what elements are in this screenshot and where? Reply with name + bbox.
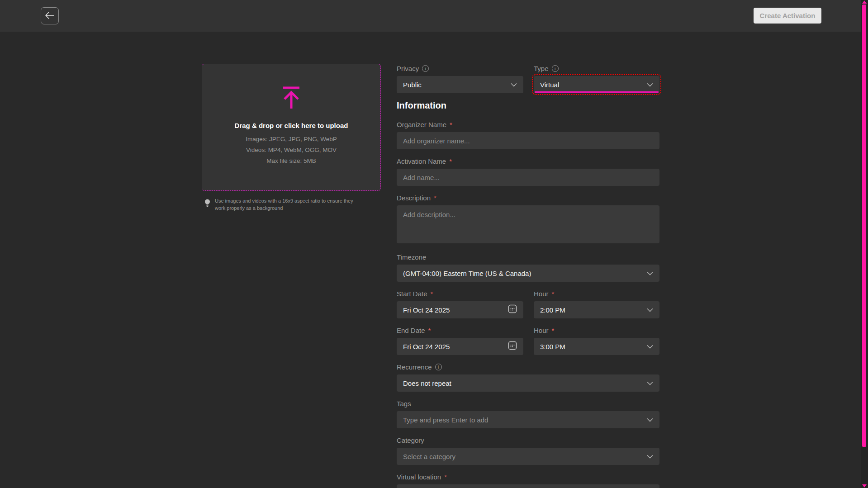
description-textarea[interactable]	[397, 205, 659, 243]
start-date-value: Fri Oct 24 2025	[403, 306, 504, 314]
start-date-picker[interactable]: Fri Oct 24 2025	[397, 301, 523, 318]
activation-name-input[interactable]	[397, 169, 659, 186]
chevron-down-icon	[511, 81, 517, 89]
activation-name-label-text: Activation Name	[397, 157, 446, 165]
timezone-value: (GMT-04:00) Eastern Time (US & Canada)	[403, 270, 643, 277]
upload-images-formats: Images: JPEG, JPG, PNG, WebP	[246, 136, 337, 142]
recurrence-value: Does not repeat	[403, 379, 643, 387]
top-bar: Create Activation	[0, 0, 868, 32]
vertical-scrollbar[interactable]	[861, 0, 868, 488]
scroll-down-arrow-icon[interactable]	[862, 484, 867, 488]
recurrence-label-text: Recurrence	[397, 363, 432, 371]
chevron-down-icon	[647, 81, 653, 89]
type-field: Type i Virtual	[534, 64, 659, 93]
start-hour-label-text: Hour	[534, 290, 549, 298]
description-label-text: Description	[397, 194, 431, 202]
recurrence-info-icon[interactable]: i	[435, 364, 442, 370]
calendar-icon	[508, 304, 517, 315]
back-button[interactable]	[41, 7, 59, 24]
organizer-name-input[interactable]	[397, 132, 659, 149]
category-field: Category Select a category	[397, 436, 659, 465]
activation-name-label: Activation Name *	[397, 156, 659, 166]
description-label: Description *	[397, 193, 659, 202]
tags-input[interactable]: Type and press Enter to add	[397, 411, 659, 428]
chevron-down-icon	[647, 379, 653, 387]
start-hour-field: Hour * 2:00 PM	[534, 289, 659, 318]
start-hour-label: Hour *	[534, 289, 659, 298]
required-asterisk: *	[450, 121, 452, 128]
create-activation-button[interactable]: Create Activation	[754, 8, 821, 24]
privacy-value: Public	[403, 81, 507, 89]
media-upload-dropzone[interactable]: Drag & drop or click here to upload Imag…	[202, 64, 381, 191]
privacy-field: Privacy i Public	[397, 64, 523, 93]
required-asterisk: *	[431, 290, 433, 298]
category-select[interactable]: Select a category	[397, 448, 659, 465]
privacy-label: Privacy i	[397, 64, 523, 73]
end-hour-label-text: Hour	[534, 327, 549, 334]
end-date-picker[interactable]: Fri Oct 24 2025	[397, 338, 523, 355]
virtual-location-label: Virtual location *	[397, 472, 659, 481]
end-hour-value: 3:00 PM	[540, 343, 643, 351]
recurrence-label: Recurrence i	[397, 362, 659, 371]
category-placeholder: Select a category	[403, 453, 643, 460]
category-label-text: Category	[397, 436, 424, 444]
upload-arrow-icon	[281, 86, 301, 112]
end-hour-label: Hour *	[534, 326, 659, 335]
information-section-title: Information	[397, 100, 659, 111]
required-asterisk: *	[449, 157, 452, 165]
aspect-ratio-hint-text: Use images and videos with a 16x9 aspect…	[215, 198, 364, 212]
privacy-select[interactable]: Public	[397, 76, 523, 93]
upload-max-size: Max file size: 5MB	[266, 157, 316, 164]
end-date-label-text: End Date	[397, 327, 425, 334]
virtual-location-label-text: Virtual location	[397, 473, 441, 481]
aspect-ratio-hint: Use images and videos with a 16x9 aspect…	[204, 198, 381, 212]
tags-placeholder: Type and press Enter to add	[403, 416, 643, 424]
timezone-select[interactable]: (GMT-04:00) Eastern Time (US & Canada)	[397, 265, 659, 282]
required-asterisk: *	[428, 327, 431, 334]
upload-videos-formats: Videos: MP4, WebM, OGG, MOV	[246, 147, 337, 153]
chevron-down-icon	[647, 452, 653, 460]
scroll-up-arrow-icon[interactable]	[862, 0, 867, 4]
scrollbar-thumb[interactable]	[862, 5, 866, 447]
virtual-location-select[interactable]: Add a location	[397, 484, 659, 488]
chevron-down-icon	[647, 342, 653, 351]
privacy-label-text: Privacy	[397, 65, 419, 72]
timezone-label-text: Timezone	[397, 253, 426, 261]
activation-name-field: Activation Name *	[397, 156, 659, 186]
end-date-label: End Date *	[397, 326, 523, 335]
recurrence-field: Recurrence i Does not repeat	[397, 362, 659, 392]
start-hour-select[interactable]: 2:00 PM	[534, 301, 659, 318]
tags-label: Tags	[397, 399, 659, 408]
organizer-name-field: Organizer Name *	[397, 120, 659, 149]
activation-form: Privacy i Public Type i	[397, 64, 659, 488]
timezone-field: Timezone (GMT-04:00) Eastern Time (US & …	[397, 252, 659, 282]
lightbulb-icon	[204, 199, 210, 212]
description-field: Description *	[397, 193, 659, 245]
calendar-icon	[508, 341, 517, 352]
end-hour-field: Hour * 3:00 PM	[534, 326, 659, 355]
type-info-icon[interactable]: i	[552, 65, 559, 72]
organizer-name-label: Organizer Name *	[397, 120, 659, 129]
type-value: Virtual	[540, 81, 643, 89]
chevron-down-icon	[647, 306, 653, 314]
upload-title: Drag & drop or click here to upload	[235, 122, 348, 129]
category-label: Category	[397, 436, 659, 445]
organizer-name-label-text: Organizer Name	[397, 121, 446, 128]
end-date-field: End Date * Fri Oct 24 2025	[397, 326, 523, 355]
type-select[interactable]: Virtual	[534, 76, 659, 93]
end-hour-select[interactable]: 3:00 PM	[534, 338, 659, 355]
timezone-label: Timezone	[397, 252, 659, 261]
privacy-info-icon[interactable]: i	[422, 65, 429, 72]
recurrence-select[interactable]: Does not repeat	[397, 374, 659, 392]
required-asterisk: *	[552, 290, 555, 298]
chevron-down-icon	[647, 269, 653, 277]
start-date-field: Start Date * Fri Oct 24 2025	[397, 289, 523, 318]
type-label-text: Type	[534, 65, 549, 72]
create-activation-page: Create Activation Drag & drop or click h…	[0, 0, 868, 488]
required-asterisk: *	[444, 473, 447, 481]
start-hour-value: 2:00 PM	[540, 306, 643, 314]
virtual-location-field: Virtual location * Add a location	[397, 472, 659, 488]
type-label: Type i	[534, 64, 659, 73]
tags-field: Tags Type and press Enter to add	[397, 399, 659, 428]
end-date-value: Fri Oct 24 2025	[403, 343, 504, 351]
